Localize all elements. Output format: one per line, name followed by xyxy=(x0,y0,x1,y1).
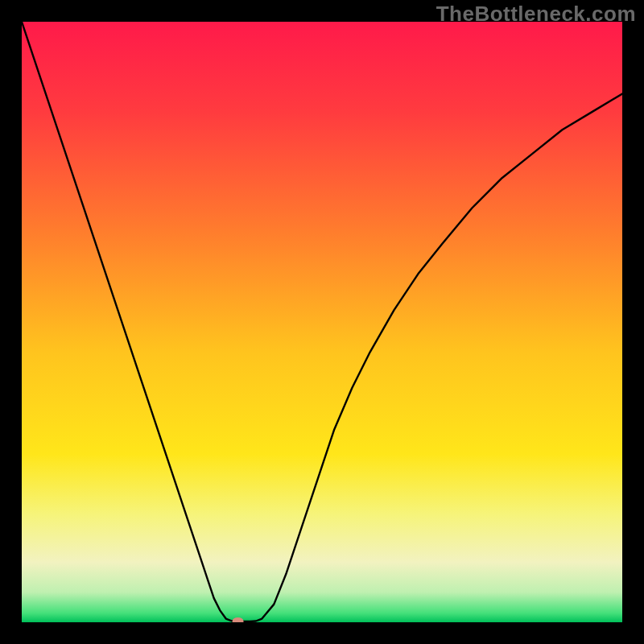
chart-svg xyxy=(22,22,622,622)
gradient-background xyxy=(22,22,622,622)
plot-area xyxy=(22,22,622,622)
chart-frame: TheBottleneck.com xyxy=(0,0,644,644)
